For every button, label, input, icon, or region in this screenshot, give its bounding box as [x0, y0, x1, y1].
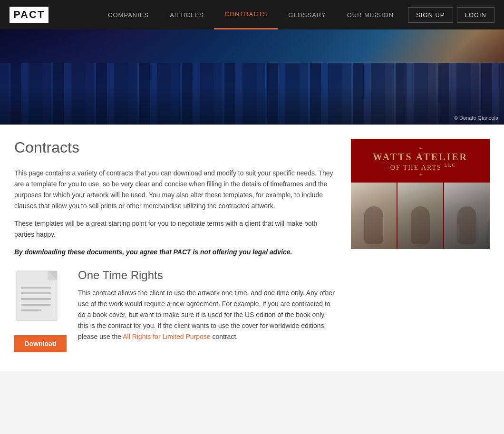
download-button[interactable]: Download [14, 335, 67, 352]
ad-header: ❧ WATTS ATELIER - OF THE ARTS LLC ❧ [351, 139, 490, 183]
contract-icon-wrapper: Download [14, 269, 67, 352]
nav-glossary[interactable]: GLOSSARY [278, 0, 336, 29]
ornament-bottom: ❧ [356, 172, 485, 178]
nav-companies[interactable]: COMPANIES [97, 0, 159, 29]
ornament-top: ❧ [356, 145, 485, 152]
main-column: Contracts This page contains a variety o… [14, 139, 337, 352]
contract-description: This contract allows the client to use t… [78, 288, 337, 342]
site-logo[interactable]: PACT [10, 7, 48, 23]
sidebar-advertisement[interactable]: ❧ WATTS ATELIER - OF THE ARTS LLC ❧ [351, 139, 490, 249]
hero-banner: © Donato Giancola [0, 29, 504, 125]
ad-images [351, 183, 490, 249]
sidebar: ❧ WATTS ATELIER - OF THE ARTS LLC ❧ [351, 139, 490, 352]
document-icon [14, 269, 67, 330]
disclaimer-text: By downloading these documents, you agre… [14, 247, 337, 257]
nav-links: COMPANIES ARTICLES CONTRACTS GLOSSARY OU… [97, 0, 494, 29]
brand-sub-text: - OF THE ARTS [385, 164, 442, 171]
nav-contracts[interactable]: CONTRACTS [214, 0, 278, 29]
related-contract-link[interactable]: All Rights for Limited Purpose [123, 333, 210, 340]
brand-suffix: LLC [444, 163, 456, 168]
nav-articles[interactable]: ARTICLES [159, 0, 214, 29]
logo-text: PACT [10, 7, 48, 23]
ad-image-1 [351, 183, 397, 249]
brand-name: WATTS ATELIER [356, 152, 485, 163]
contract-title: One Time Rights [78, 269, 337, 282]
hero-credit: © Donato Giancola [454, 115, 498, 121]
nav-our-mission[interactable]: OUR MISSION [337, 0, 404, 29]
contract-one-time-rights: Download One Time Rights This contract a… [14, 269, 337, 352]
brand-subtitle: - OF THE ARTS LLC [356, 163, 485, 172]
contract-details: One Time Rights This contract allows the… [78, 269, 337, 342]
page-title: Contracts [14, 139, 337, 156]
intro-paragraph-2: These templates will be a great starting… [14, 218, 337, 240]
hero-cityscape [0, 29, 504, 125]
ad-image-3 [444, 183, 490, 249]
page-content: Contracts This page contains a variety o… [0, 125, 504, 371]
ad-image-2 [397, 183, 443, 249]
signup-button[interactable]: SIGN UP [408, 7, 453, 23]
navigation: PACT COMPANIES ARTICLES CONTRACTS GLOSSA… [0, 0, 504, 29]
login-button[interactable]: LOGIN [457, 7, 494, 23]
intro-paragraph-1: This page contains a variety of contract… [14, 168, 337, 212]
